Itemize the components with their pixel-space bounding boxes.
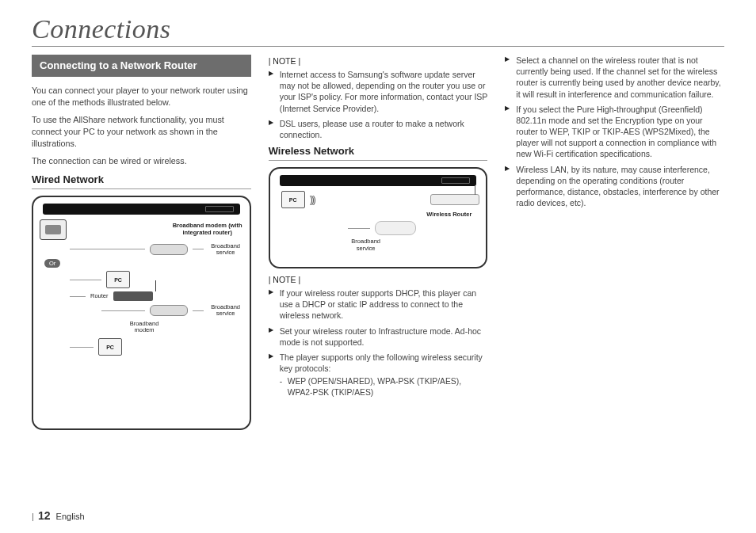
- page-language: English: [56, 512, 85, 521]
- note-item: Select a channel on the wireless router …: [505, 55, 724, 100]
- note-item: Wireless LAN, by its nature, may cause i…: [505, 164, 724, 209]
- note-label-wireless: NOTE: [269, 275, 488, 284]
- modem-icon: [150, 305, 188, 316]
- note-label-top: NOTE: [269, 56, 488, 66]
- integrated-modem-label: Broadband modem (with integrated router): [172, 223, 243, 236]
- page-footer: 12 English: [32, 509, 85, 522]
- cable-icon: [101, 310, 145, 311]
- intro-paragraph-1: You can connect your player to your netw…: [32, 85, 251, 108]
- column-3: Select a channel on the wireless router …: [505, 55, 724, 436]
- lan-port-icon: [40, 219, 67, 240]
- note-list-right: Select a channel on the wireless router …: [505, 55, 724, 208]
- router-label: Router: [90, 293, 109, 299]
- intro-paragraph-2: To use the AllShare network functionalit…: [32, 114, 251, 149]
- wifi-icon: ))): [310, 194, 315, 205]
- pc-icon: [281, 191, 305, 208]
- modem-icon: [150, 244, 188, 255]
- wireless-router-label: Wireless Router: [426, 211, 472, 218]
- cable-icon: [70, 296, 86, 297]
- pc-icon: [98, 338, 122, 356]
- page-title: Connections: [32, 14, 724, 47]
- note-item: Set your wireless router to Infrastructu…: [269, 326, 488, 348]
- note-subitem: WEP (OPEN/SHARED), WPA-PSK (TKIP/AES), W…: [280, 376, 488, 398]
- broadband-service-label-1: Broadband service: [208, 243, 243, 257]
- player-device-icon: [43, 204, 240, 215]
- player-device-icon: [280, 175, 477, 186]
- section-heading: Connecting to a Network Router: [32, 55, 251, 77]
- cable-icon: [193, 310, 204, 311]
- or-label: Or: [44, 259, 60, 268]
- note-item-text: The player supports only the following w…: [280, 352, 483, 373]
- router-icon: [113, 291, 153, 301]
- wired-network-diagram: Broadband modem (with integrated router)…: [32, 196, 251, 430]
- note-item: DSL users, please use a router to make a…: [269, 118, 488, 140]
- note-list-top: Internet access to Samsung's software up…: [269, 69, 488, 140]
- wireless-network-diagram: ))) Wireless Router Broadband service: [269, 167, 488, 268]
- broadband-service-label-2: Broadband service: [208, 304, 243, 318]
- wired-heading: Wired Network: [32, 173, 251, 185]
- cable-icon: [70, 347, 94, 348]
- intro-paragraph-3: The connection can be wired or wireless.: [32, 155, 251, 167]
- note-list-wireless: If your wireless router supports DHCP, t…: [269, 287, 488, 398]
- content-columns: Connecting to a Network Router You can c…: [32, 55, 724, 436]
- divider: [32, 188, 251, 189]
- wireless-heading: Wireless Network: [269, 145, 488, 157]
- broadband-modem-label: Broadband modem: [127, 321, 162, 334]
- cable-icon: [193, 249, 204, 249]
- pc-icon: [106, 271, 130, 288]
- cable-icon: [70, 249, 145, 249]
- column-2: NOTE Internet access to Samsung's softwa…: [269, 55, 488, 436]
- note-sublist: WEP (OPEN/SHARED), WPA-PSK (TKIP/AES), W…: [280, 376, 488, 398]
- note-item: The player supports only the following w…: [269, 352, 488, 398]
- column-1: Connecting to a Network Router You can c…: [32, 55, 251, 436]
- cable-icon: [70, 280, 101, 280]
- note-item: If you select the Pure High-throughput (…: [505, 104, 724, 160]
- broadband-service-label-3: Broadband service: [346, 238, 386, 252]
- note-item: Internet access to Samsung's software up…: [269, 69, 488, 114]
- cable-icon: [348, 228, 370, 229]
- divider: [269, 160, 488, 161]
- wireless-router-icon: [430, 194, 479, 205]
- note-item: If your wireless router supports DHCP, t…: [269, 287, 488, 322]
- page-number: 12: [38, 509, 51, 522]
- modem-icon: [375, 221, 416, 235]
